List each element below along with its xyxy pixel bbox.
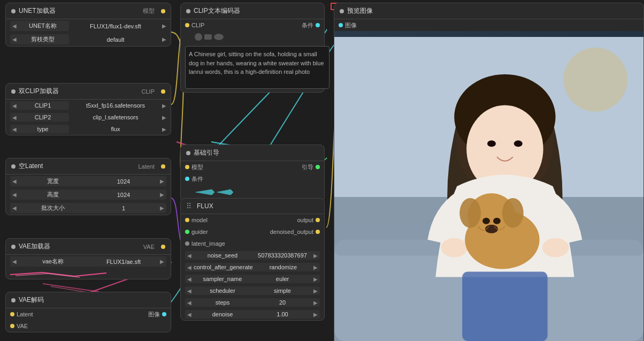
height-right-arrow[interactable]: ▶: [160, 192, 164, 198]
flux-sampler-right[interactable]: ▶: [313, 276, 318, 282]
width-row[interactable]: ◀ 宽度 1024 ▶: [6, 175, 171, 188]
vae-decoder-image-label: 图像: [148, 310, 160, 319]
unet-name-left-arrow[interactable]: ◀: [12, 23, 17, 29]
flux-sched-right[interactable]: ▶: [313, 288, 318, 294]
height-val: 1024: [89, 192, 158, 198]
flux-latent-dot: [185, 241, 189, 246]
vae-decoder-dot: [11, 298, 16, 302]
batch-left-arrow[interactable]: ◀: [12, 205, 17, 211]
clip-image-icon[interactable]: [204, 34, 212, 40]
unet-model-port: [161, 9, 165, 13]
height-label: 高度: [19, 191, 87, 199]
clip-input-row: CLIP: [185, 22, 204, 28]
flux-steps-row[interactable]: ◀ steps 20 ▶: [181, 297, 324, 308]
unet-model-label: 模型: [143, 7, 155, 15]
flux-denoise-row[interactable]: ◀ denoise 1.00 ▶: [181, 308, 324, 320]
svg-point-13: [542, 238, 569, 257]
vae-name-row[interactable]: ◀ vae名称 FLUX1/ae.sft ▶: [6, 255, 171, 268]
flux-steps-left[interactable]: ◀: [187, 300, 191, 306]
guidance-output-row: 引导: [302, 163, 320, 171]
batch-right-arrow[interactable]: ▶: [160, 205, 164, 211]
flux-noise-left[interactable]: ◀: [187, 253, 191, 259]
flux-sched-left[interactable]: ◀: [187, 288, 191, 294]
condition-output-row: 条件: [302, 21, 320, 29]
flux-guider-dot: [185, 230, 189, 234]
unet-prune-row[interactable]: ◀ 剪枝类型 default ▶: [6, 33, 171, 46]
height-row[interactable]: ◀ 高度 1024 ▶: [6, 188, 171, 201]
clip-text-prompt[interactable]: A Chinese girl, sitting on the sofa, hol…: [185, 46, 329, 89]
preview-image-svg: [334, 36, 643, 341]
vae-deco: [6, 268, 171, 279]
flux-title-label: FLUX: [197, 202, 213, 210]
vae-decoder-node: VAE解码 Latent 图像 VAE: [5, 292, 171, 332]
unet-prune-label: 剪枝类型: [19, 35, 67, 43]
latent-title-label: 空Latent: [19, 162, 43, 171]
clip1-right-arrow[interactable]: ▶: [162, 103, 166, 109]
unet-name-row[interactable]: ◀ UNET名称 FLUX1/flux1-dev.sft ▶: [6, 19, 171, 33]
batch-row[interactable]: ◀ 批次大小 1 ▶: [6, 201, 171, 215]
flux-model-input: model: [185, 217, 208, 223]
clip1-left-arrow[interactable]: ◀: [12, 103, 17, 109]
svg-point-12: [441, 238, 467, 257]
clip2-right-arrow[interactable]: ▶: [162, 115, 166, 120]
clip2-row[interactable]: ◀ CLIP2 clip_l.safetensors ▶: [6, 111, 171, 123]
unet-prune-right-arrow[interactable]: ▶: [162, 36, 166, 42]
latent-out-port: [161, 164, 165, 169]
preview-title: 预览图像: [334, 3, 643, 19]
flux-noise-label: noise_seed: [194, 252, 251, 259]
dual-clip-node: 双CLIP加载器 CLIP ◀ CLIP1 t5xxl_fp16.safeten…: [5, 83, 171, 135]
flux-ctrl-right[interactable]: ▶: [313, 264, 318, 270]
clip1-val: t5xxl_fp16.safetensors: [86, 102, 145, 109]
unet-name-right-arrow[interactable]: ▶: [162, 23, 166, 29]
flux-denoise-right[interactable]: ▶: [313, 312, 318, 317]
svg-point-18: [482, 218, 490, 224]
flux-model-row: model output: [181, 214, 324, 226]
flux-noise-right[interactable]: ▶: [313, 253, 318, 259]
canvas: UNET加载器 模型 ◀ UNET名称 FLUX1/flux1-dev.sft …: [0, 0, 644, 341]
flux-sampler-row[interactable]: ◀ sampler_name euler ▶: [181, 273, 324, 285]
unet-prune-left-arrow[interactable]: ◀: [12, 36, 17, 42]
svg-point-17: [502, 198, 524, 228]
clip-controls-row: [181, 31, 325, 43]
width-right-arrow[interactable]: ▶: [160, 178, 164, 184]
unet-name-value: UNET名称: [19, 22, 67, 30]
flux-steps-right[interactable]: ▶: [313, 300, 318, 306]
latent-dot: [11, 164, 16, 169]
unet-prune-val: default: [106, 36, 124, 43]
flux-denoise-left[interactable]: ◀: [187, 312, 191, 317]
clip2-left-arrow[interactable]: ◀: [12, 115, 17, 120]
guidance-cond-dot: [185, 177, 189, 181]
vae-name-left-arrow[interactable]: ◀: [12, 259, 17, 264]
type-row[interactable]: ◀ type flux ▶: [6, 123, 171, 135]
svg-rect-21: [462, 271, 547, 341]
condition-output-label: 条件: [302, 21, 313, 29]
vae-loader-title-label: VAE加载器: [19, 242, 50, 251]
preview-image-dot: [339, 23, 343, 27]
vae-out-label: VAE: [143, 244, 155, 250]
flux-output-row: output: [297, 217, 320, 223]
clip-record-icon[interactable]: [195, 33, 202, 41]
clip-icons: [195, 33, 321, 41]
vae-name-right-arrow[interactable]: ▶: [160, 259, 164, 264]
flux-ctrl-row[interactable]: ◀ control_after_generate randomize ▶: [181, 261, 324, 273]
flux-latent-label: latent_image: [191, 240, 225, 247]
height-left-arrow[interactable]: ◀: [12, 192, 17, 198]
flux-denoised-row: denoised_output: [270, 229, 320, 235]
clip-audio-icon[interactable]: [214, 34, 224, 40]
flux-output-dot: [316, 218, 320, 222]
type-left-arrow[interactable]: ◀: [12, 126, 17, 132]
flux-ctrl-left[interactable]: ◀: [187, 264, 191, 270]
clip-text-node: CLIP文本编码器 CLIP 条件 A Chinese girl, sittin…: [180, 3, 325, 93]
unet-name-val: FLUX1/flux1-dev.sft: [90, 23, 141, 29]
flux-scheduler-row[interactable]: ◀ scheduler simple ▶: [181, 285, 324, 297]
clip1-row[interactable]: ◀ CLIP1 t5xxl_fp16.safetensors ▶: [6, 100, 171, 111]
flux-sampler-left[interactable]: ◀: [187, 276, 191, 282]
unet-dot: [11, 9, 16, 13]
type-right-arrow[interactable]: ▶: [162, 126, 166, 132]
flux-latent-row: latent_image: [181, 238, 324, 249]
latent-out-label: Latent: [138, 163, 155, 170]
svg-point-2: [564, 48, 628, 112]
width-left-arrow[interactable]: ◀: [12, 178, 17, 184]
latent-node: 空Latent Latent ◀ 宽度 1024 ▶ ◀ 高度 1024 ▶ ◀: [5, 158, 171, 215]
flux-noise-row[interactable]: ◀ noise_seed 507833320387697 ▶: [181, 249, 324, 261]
